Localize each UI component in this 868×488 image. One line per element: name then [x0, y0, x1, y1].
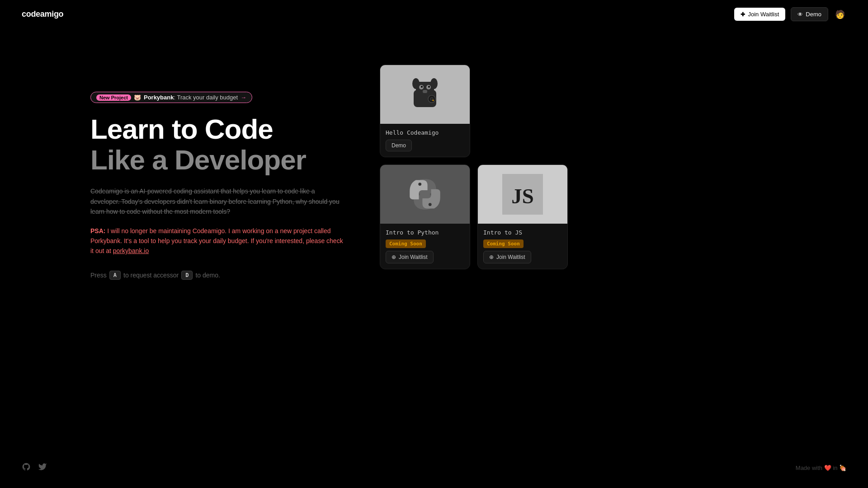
svg-rect-8: [423, 90, 427, 93]
made-with-label: Made with ❤️ in 🍖: [796, 465, 846, 471]
card-actions-js: Coming Soon ⊕ Join Waitlist: [483, 239, 562, 263]
psa-text: PSA: I will no longer be maintaining Cod…: [90, 226, 344, 256]
brand-logo: codeamigo: [22, 9, 63, 19]
hello-codeamigo-card: Hello Codeamigo Demo: [380, 65, 470, 157]
codeamigo-illustration: [407, 76, 443, 113]
svg-point-7: [428, 86, 430, 88]
card-image-js: JS: [478, 165, 567, 224]
badge-arrow-icon: →: [241, 94, 246, 101]
footer: Made with ❤️ in 🍖: [0, 462, 868, 474]
nav-actions: ✚ Join Waitlist 👁 Demo 🧑: [734, 7, 846, 21]
join-waitlist-python-button[interactable]: ⊕ Join Waitlist: [386, 251, 434, 263]
python-logo: [405, 174, 445, 215]
card-body-js: Intro to JS Coming Soon ⊕ Join Waitlist: [478, 224, 567, 269]
badge-new-label: New Project: [96, 94, 131, 101]
coming-soon-badge-python: Coming Soon: [386, 239, 426, 248]
plus-circle-icon: ⊕: [392, 254, 396, 260]
twitter-icon[interactable]: [38, 462, 47, 474]
svg-point-11: [431, 98, 433, 100]
left-section: New Project 🐷 Porkybank: Track your dail…: [90, 56, 344, 280]
svg-point-14: [418, 183, 421, 186]
press-hint: Press A to request accessor D to demo.: [90, 271, 344, 280]
card-image-python: [380, 165, 470, 224]
card-actions-codeamigo: Demo: [386, 140, 464, 151]
badge-project-name: Porkybank: Track your daily budget: [144, 94, 238, 101]
card-image-codeamigo: [380, 65, 470, 124]
badge-icon: 🐷: [134, 94, 141, 101]
porkybank-link[interactable]: porkybank.io: [113, 247, 149, 254]
footer-social: [22, 462, 47, 474]
svg-point-2: [412, 78, 420, 89]
user-avatar[interactable]: 🧑: [834, 8, 846, 21]
svg-point-3: [430, 78, 438, 89]
main-content: New Project 🐷 Porkybank: Track your dail…: [0, 28, 868, 345]
svg-point-15: [429, 203, 432, 206]
github-icon[interactable]: [22, 462, 31, 474]
new-project-badge[interactable]: New Project 🐷 Porkybank: Track your dail…: [90, 92, 252, 103]
hero-description: Codeamigo is an AI-powered coding assist…: [90, 186, 344, 216]
intro-python-card: Intro to Python Coming Soon ⊕ Join Waitl…: [380, 164, 470, 269]
card-body-python: Intro to Python Coming Soon ⊕ Join Waitl…: [380, 224, 470, 269]
plus-icon: ✚: [741, 11, 745, 18]
card-title-codeamigo: Hello Codeamigo: [386, 129, 464, 136]
js-logo: JS: [478, 165, 567, 224]
right-section: Hello Codeamigo Demo: [380, 56, 568, 269]
card-demo-button[interactable]: Demo: [386, 140, 412, 151]
psa-label: PSA:: [90, 227, 105, 235]
key-d-badge: D: [181, 271, 193, 280]
key-a-badge: A: [109, 271, 121, 280]
svg-text:JS: JS: [511, 184, 533, 208]
svg-point-12: [433, 100, 434, 101]
join-waitlist-button[interactable]: ✚ Join Waitlist: [734, 8, 785, 21]
card-actions-python: Coming Soon ⊕ Join Waitlist: [386, 239, 464, 263]
svg-point-6: [421, 86, 423, 88]
js-logo-svg: JS: [502, 174, 543, 215]
card-title-python: Intro to Python: [386, 229, 464, 236]
plus-circle-icon-js: ⊕: [489, 254, 494, 260]
hero-title: Learn to Code Like a Developer: [90, 114, 344, 175]
intro-js-card: JS Intro to JS Coming Soon ⊕ Join Waitli…: [477, 164, 568, 269]
card-title-js: Intro to JS: [483, 229, 562, 236]
cards-row-2: Intro to Python Coming Soon ⊕ Join Waitl…: [380, 164, 568, 269]
navbar: codeamigo ✚ Join Waitlist 👁 Demo 🧑: [0, 0, 868, 28]
coming-soon-badge-js: Coming Soon: [483, 239, 524, 248]
card-body-codeamigo: Hello Codeamigo Demo: [380, 124, 470, 157]
demo-button[interactable]: 👁 Demo: [791, 7, 828, 21]
join-waitlist-js-button[interactable]: ⊕ Join Waitlist: [483, 251, 531, 263]
eye-icon: 👁: [797, 11, 803, 18]
